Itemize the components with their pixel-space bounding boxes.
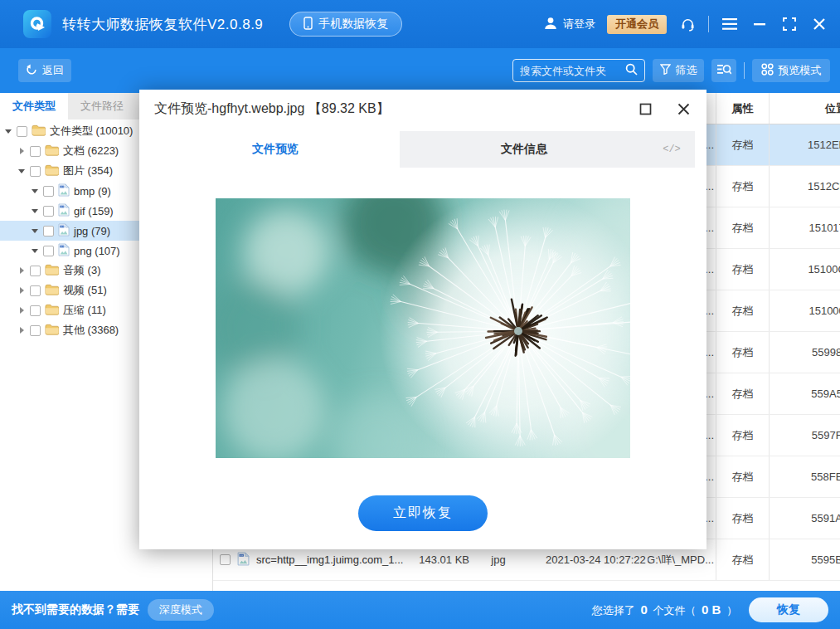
menu-icon[interactable] bbox=[721, 15, 739, 33]
tree-arrow-icon[interactable] bbox=[31, 229, 39, 233]
folder-icon bbox=[45, 304, 59, 318]
selected-size: 0 B bbox=[702, 602, 721, 617]
row-checkbox[interactable] bbox=[220, 554, 231, 565]
tree-arrow-icon[interactable] bbox=[31, 209, 39, 213]
header-location: 位置 bbox=[770, 93, 840, 124]
search-input[interactable] bbox=[520, 65, 620, 77]
tree-arrow-icon[interactable] bbox=[4, 129, 12, 134]
tab-file-path[interactable]: 文件路径 bbox=[68, 93, 136, 119]
app-window: 转转大师数据恢复软件V2.0.8.9 手机数据恢复 请登录 开通会员 bbox=[0, 0, 840, 629]
modal-maximize-icon[interactable] bbox=[637, 100, 653, 117]
file-location: 151000000 bbox=[770, 290, 840, 331]
tree-checkbox[interactable] bbox=[30, 305, 41, 316]
tab-file-type[interactable]: 文件类型 bbox=[0, 93, 68, 119]
tree-checkbox[interactable] bbox=[43, 186, 54, 197]
tree-checkbox[interactable] bbox=[43, 226, 54, 236]
hex-view-icon[interactable]: </> bbox=[648, 144, 695, 155]
selection-summary: 您选择了 0 个文件（ 0 B ） bbox=[592, 602, 737, 618]
phone-recovery-button[interactable]: 手机数据恢复 bbox=[289, 12, 402, 37]
folder-icon bbox=[45, 324, 59, 338]
close-icon[interactable] bbox=[810, 15, 828, 33]
file-location: 1512CF000 bbox=[770, 166, 840, 207]
login-button[interactable]: 请登录 bbox=[543, 16, 595, 33]
tree-checkbox[interactable] bbox=[43, 246, 54, 256]
deep-mode-button[interactable]: 深度模式 bbox=[148, 599, 214, 621]
tree-arrow-icon[interactable] bbox=[31, 249, 39, 253]
tree-arrow-icon[interactable] bbox=[17, 169, 26, 173]
back-label: 返回 bbox=[42, 63, 64, 78]
titlebar-divider bbox=[708, 16, 709, 32]
file-location: 558FE000 bbox=[770, 456, 840, 497]
titlebar: 转转大师数据恢复软件V2.0.8.9 手机数据恢复 请登录 开通会员 bbox=[0, 0, 840, 48]
phone-icon bbox=[303, 17, 313, 32]
tree-arrow-icon[interactable] bbox=[17, 327, 26, 334]
login-label: 请登录 bbox=[563, 17, 595, 32]
file-attr: 存档 bbox=[716, 166, 770, 207]
filter-icon bbox=[660, 64, 671, 77]
minimize-icon[interactable] bbox=[750, 15, 769, 33]
file-location: 151017000 bbox=[770, 207, 840, 248]
support-headset-icon[interactable] bbox=[678, 15, 697, 33]
tree-arrow-icon[interactable] bbox=[17, 307, 26, 314]
tree-checkbox[interactable] bbox=[43, 206, 54, 217]
advanced-search-button[interactable] bbox=[711, 59, 736, 82]
tree-checkbox[interactable] bbox=[30, 146, 41, 157]
tree-item-label: 图片 (354) bbox=[63, 163, 113, 178]
phone-recovery-label: 手机数据恢复 bbox=[318, 17, 388, 32]
folder-icon bbox=[32, 124, 46, 139]
file-location: 5591A000 bbox=[770, 498, 840, 539]
app-title: 转转大师数据恢复软件V2.0.8.9 bbox=[62, 15, 263, 34]
file-location: 5597F000 bbox=[770, 415, 840, 456]
tree-arrow-icon[interactable] bbox=[17, 287, 26, 294]
selected-count: 0 bbox=[640, 602, 647, 617]
preview-mode-button[interactable]: 预览模式 bbox=[752, 59, 830, 82]
filter-label: 筛选 bbox=[676, 63, 697, 78]
search-icon[interactable] bbox=[625, 63, 638, 79]
image-file-icon bbox=[58, 183, 70, 199]
tab-file-preview[interactable]: 文件预览 bbox=[151, 131, 400, 168]
tree-item-label: gif (159) bbox=[74, 205, 114, 217]
tree-arrow-icon[interactable] bbox=[31, 189, 39, 193]
file-attr: 存档 bbox=[716, 373, 770, 414]
tree-item-label: 压缩 (11) bbox=[63, 303, 106, 318]
file-attr: 存档 bbox=[716, 539, 770, 580]
tree-arrow-icon[interactable] bbox=[17, 267, 26, 274]
filter-button[interactable]: 筛选 bbox=[653, 59, 704, 82]
tree-checkbox[interactable] bbox=[30, 166, 41, 177]
search-box bbox=[512, 59, 645, 82]
advanced-search-icon bbox=[717, 63, 731, 78]
tree-item-label: bmp (9) bbox=[74, 185, 111, 197]
image-file-icon bbox=[237, 552, 250, 568]
file-attr: 存档 bbox=[716, 124, 770, 165]
image-file-icon bbox=[58, 203, 70, 219]
modal-close-icon[interactable] bbox=[675, 100, 692, 117]
statusbar: 找不到需要的数据？需要 深度模式 您选择了 0 个文件（ 0 B ） 恢复 bbox=[0, 591, 840, 629]
tree-checkbox[interactable] bbox=[30, 266, 41, 276]
recover-now-button[interactable]: 立即恢复 bbox=[358, 495, 488, 531]
tree-item-label: 其他 (3368) bbox=[63, 323, 119, 338]
file-name: src=http__img1.juimg.com_1... bbox=[256, 553, 403, 566]
toolbar-divider bbox=[744, 62, 745, 79]
recover-button[interactable]: 恢复 bbox=[749, 597, 828, 622]
tab-file-info[interactable]: 文件信息 bbox=[400, 131, 648, 168]
folder-icon bbox=[45, 284, 59, 298]
vip-button[interactable]: 开通会员 bbox=[607, 15, 667, 34]
tree-checkbox[interactable] bbox=[17, 126, 27, 137]
tree-checkbox[interactable] bbox=[30, 285, 41, 296]
folder-icon bbox=[45, 144, 59, 158]
app-logo-icon bbox=[23, 10, 51, 38]
tree-item-label: png (107) bbox=[74, 245, 120, 257]
modal-title: 文件预览-hgfhyt.webp.jpg 【89.32 KB】 bbox=[154, 100, 390, 118]
tree-arrow-icon[interactable] bbox=[17, 148, 26, 154]
tree-checkbox[interactable] bbox=[30, 325, 41, 336]
file-location: 55998000 bbox=[770, 332, 840, 373]
maximize-icon[interactable] bbox=[780, 15, 799, 33]
deep-scan-hint: 找不到需要的数据？需要 bbox=[12, 602, 139, 617]
file-location: 5595B000 bbox=[770, 539, 840, 580]
file-attr: 存档 bbox=[716, 207, 770, 248]
tree-item-label: 文档 (6223) bbox=[63, 144, 119, 158]
back-button[interactable]: 返回 bbox=[18, 59, 71, 82]
modal-tab-bar: 文件预览 文件信息 </> bbox=[151, 131, 695, 168]
folder-icon bbox=[45, 164, 59, 178]
folder-icon bbox=[45, 264, 59, 278]
